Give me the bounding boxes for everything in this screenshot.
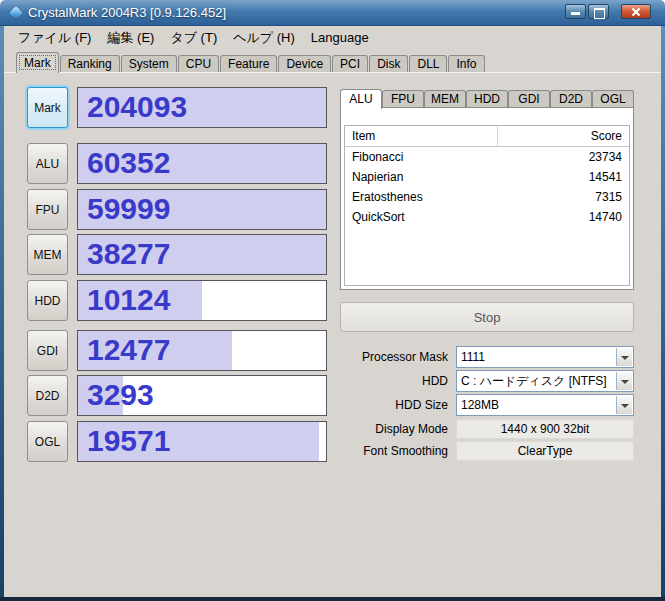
- score-cell: 14541: [498, 167, 629, 187]
- detail-tab-ogl[interactable]: OGL: [592, 90, 634, 107]
- score-cell: 23734: [498, 147, 629, 167]
- gdi-score-box: 12477: [77, 330, 327, 371]
- hdd-value: C : ハードディスク [NTFS]: [461, 371, 615, 391]
- tab-cpu[interactable]: CPU: [178, 55, 219, 72]
- detail-tab-d2d[interactable]: D2D: [550, 90, 592, 107]
- detail-tab-alu[interactable]: ALU: [340, 89, 382, 109]
- d2d-score-box: 3293: [77, 375, 327, 416]
- detail-tab-mem[interactable]: MEM: [424, 90, 466, 107]
- tab-dll[interactable]: DLL: [409, 55, 447, 72]
- menu-help[interactable]: ヘルプ (H): [225, 27, 303, 49]
- tab-mark[interactable]: Mark: [16, 52, 59, 73]
- tab-system[interactable]: System: [121, 55, 177, 72]
- display-mode-row: Display Mode 1440 x 900 32bit: [300, 419, 635, 441]
- processor-mask-label: Processor Mask: [300, 346, 448, 368]
- d2d-button[interactable]: D2D: [27, 375, 68, 416]
- close-button[interactable]: [621, 4, 651, 19]
- crystal-gem-icon: [9, 6, 23, 20]
- mem-score: 38277: [87, 236, 170, 270]
- hdd-size-row: HDD Size 128MB: [300, 394, 635, 416]
- hdd-label: HDD: [300, 370, 448, 392]
- hdd-size-value: 128MB: [461, 395, 615, 415]
- stop-button[interactable]: Stop: [340, 302, 634, 332]
- mem-score-box: 38277: [77, 234, 327, 275]
- gdi-score: 12477: [87, 332, 170, 366]
- tab-device[interactable]: Device: [278, 55, 331, 72]
- fpu-score-box: 59999: [77, 189, 327, 230]
- table-row[interactable]: Napierian 14541: [345, 167, 629, 187]
- tab-info[interactable]: Info: [448, 55, 484, 72]
- window-border-bottom: [0, 597, 665, 601]
- window-title: CrystalMark 2004R3 [0.9.126.452]: [28, 0, 226, 25]
- item-cell: Fibonacci: [345, 147, 498, 167]
- chevron-down-icon[interactable]: [616, 348, 632, 366]
- bench-row-hdd: HDD 10124: [0, 280, 340, 321]
- table-row[interactable]: QuickSort 14740: [345, 207, 629, 227]
- bench-row-mark: Mark 204093: [0, 87, 340, 128]
- ogl-button[interactable]: OGL: [27, 421, 68, 462]
- crystalmark-window: CrystalMark 2004R3 [0.9.126.452] ファイル (F…: [0, 0, 665, 601]
- result-listview: Item Score Fibonacci 23734 Napierian 145…: [344, 125, 630, 286]
- menu-tab[interactable]: タブ (T): [162, 27, 225, 49]
- window-border-left: [0, 24, 4, 601]
- mark-button[interactable]: Mark: [27, 87, 68, 128]
- display-mode-label: Display Mode: [300, 419, 448, 439]
- alu-button[interactable]: ALU: [27, 143, 68, 184]
- menu-bar: ファイル (F) 編集 (E) タブ (T) ヘルプ (H) Language: [4, 27, 661, 48]
- mark-score-box: 204093: [77, 87, 327, 128]
- score-cell: 14740: [498, 207, 629, 227]
- gdi-button[interactable]: GDI: [27, 330, 68, 371]
- alu-score: 60352: [87, 145, 170, 179]
- hdd-score: 10124: [87, 282, 170, 316]
- hdd-size-select[interactable]: 128MB: [456, 394, 634, 416]
- bench-row-mem: MEM 38277: [0, 234, 340, 275]
- ogl-score-box: 19571: [77, 421, 327, 462]
- tab-ranking[interactable]: Ranking: [60, 55, 120, 72]
- bench-row-alu: ALU 60352: [0, 143, 340, 184]
- item-cell: QuickSort: [345, 207, 498, 227]
- font-smoothing-label: Font Smoothing: [300, 441, 448, 461]
- font-smoothing-value: ClearType: [456, 441, 634, 461]
- tab-disk[interactable]: Disk: [369, 55, 408, 72]
- bench-row-ogl: OGL 19571: [0, 421, 340, 462]
- minimize-button[interactable]: [565, 4, 586, 19]
- detail-tab-fpu[interactable]: FPU: [382, 90, 424, 107]
- mem-button[interactable]: MEM: [27, 234, 68, 275]
- hdd-row: HDD C : ハードディスク [NTFS]: [300, 370, 635, 392]
- bench-row-d2d: D2D 3293: [0, 375, 340, 416]
- hdd-score-box: 10124: [77, 280, 327, 321]
- display-mode-value: 1440 x 900 32bit: [456, 419, 634, 439]
- maximize-button[interactable]: [588, 4, 609, 19]
- processor-mask-value: 1111: [461, 347, 615, 367]
- listview-header: Item Score: [345, 126, 629, 147]
- hdd-size-label: HDD Size: [300, 394, 448, 416]
- detail-tab-strip: ALU FPU MEM HDD GDI D2D OGL: [340, 88, 634, 108]
- hdd-button[interactable]: HDD: [27, 280, 68, 321]
- chevron-down-icon[interactable]: [616, 372, 632, 390]
- fpu-button[interactable]: FPU: [27, 189, 68, 230]
- app-icon: [8, 5, 24, 21]
- column-header-score[interactable]: Score: [498, 126, 629, 146]
- mark-score: 204093: [87, 89, 187, 123]
- alu-score-box: 60352: [77, 143, 327, 184]
- font-smoothing-row: Font Smoothing ClearType: [300, 441, 635, 463]
- tab-pci[interactable]: PCI: [332, 55, 368, 72]
- fpu-score: 59999: [87, 191, 170, 225]
- window-border-right: [661, 24, 665, 601]
- titlebar[interactable]: CrystalMark 2004R3 [0.9.126.452]: [0, 0, 665, 26]
- detail-tab-gdi[interactable]: GDI: [508, 90, 550, 107]
- item-cell: Napierian: [345, 167, 498, 187]
- table-row[interactable]: Fibonacci 23734: [345, 147, 629, 167]
- main-tab-strip: Mark Ranking System CPU Feature Device P…: [4, 52, 661, 73]
- chevron-down-icon[interactable]: [616, 396, 632, 414]
- bench-row-fpu: FPU 59999: [0, 189, 340, 230]
- table-row[interactable]: Eratosthenes 7315: [345, 187, 629, 207]
- menu-edit[interactable]: 編集 (E): [99, 27, 162, 49]
- column-header-item[interactable]: Item: [345, 126, 498, 146]
- menu-language[interactable]: Language: [303, 28, 377, 47]
- menu-file[interactable]: ファイル (F): [10, 27, 99, 49]
- tab-feature[interactable]: Feature: [220, 55, 277, 72]
- detail-tab-hdd[interactable]: HDD: [466, 90, 508, 107]
- processor-mask-select[interactable]: 1111: [456, 346, 634, 368]
- hdd-select[interactable]: C : ハードディスク [NTFS]: [456, 370, 634, 392]
